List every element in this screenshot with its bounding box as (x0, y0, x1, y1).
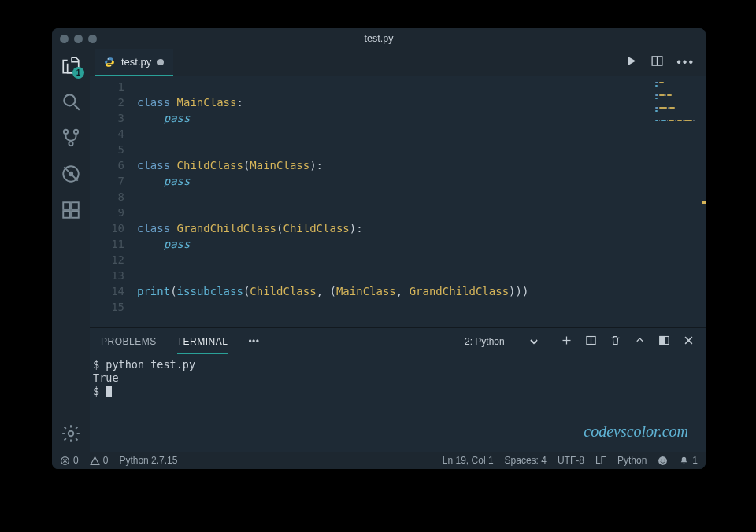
activity-bar: 1 (52, 49, 90, 452)
status-language[interactable]: Python (617, 455, 647, 466)
overview-ruler-mark (702, 201, 706, 204)
tab-terminal[interactable]: TERMINAL (177, 330, 228, 354)
minimap[interactable] (649, 76, 706, 327)
tab-test-py[interactable]: test.py (94, 49, 173, 76)
new-terminal-icon[interactable] (561, 334, 573, 349)
status-encoding[interactable]: UTF-8 (558, 455, 584, 466)
settings-gear-icon[interactable] (61, 423, 81, 444)
split-terminal-icon[interactable] (585, 334, 597, 349)
kill-terminal-icon[interactable] (610, 334, 621, 349)
more-actions-icon[interactable]: ••• (676, 55, 695, 69)
svg-point-28 (661, 459, 662, 460)
svg-point-12 (108, 58, 109, 59)
watermark: codevscolor.com (584, 423, 688, 441)
panel-tabs: PROBLEMS TERMINAL ••• 2: Python (90, 328, 706, 355)
status-warnings[interactable]: 0 (90, 455, 109, 466)
python-file-icon (104, 57, 115, 68)
status-bar: 0 0 Python 2.7.15 Ln 19, Col 1 Spaces: 4… (52, 452, 706, 469)
svg-point-4 (69, 142, 72, 146)
svg-point-3 (74, 130, 78, 134)
status-errors[interactable]: 0 (60, 455, 79, 466)
close-panel-icon[interactable] (683, 334, 695, 349)
status-notifications[interactable]: 1 (679, 455, 698, 466)
editor-tabs: test.py ••• (90, 49, 706, 76)
svg-rect-9 (72, 211, 79, 218)
panel: PROBLEMS TERMINAL ••• 2: Python $ python… (90, 327, 706, 452)
vscode-window: test.py 1 (52, 28, 706, 469)
svg-rect-21 (660, 337, 665, 345)
titlebar: test.py (52, 28, 706, 49)
svg-rect-10 (72, 202, 79, 209)
status-cursor-position[interactable]: Ln 19, Col 1 (443, 455, 494, 466)
extensions-icon[interactable] (61, 200, 81, 220)
code-area[interactable]: class MainClass: passclass ChildClass(Ma… (137, 79, 706, 327)
tab-label: test.py (121, 56, 151, 68)
split-editor-icon[interactable] (650, 54, 664, 71)
run-icon[interactable] (624, 54, 638, 71)
tab-problems[interactable]: PROBLEMS (101, 330, 157, 353)
editor[interactable]: 123456789101112131415 class MainClass: p… (90, 76, 706, 327)
debug-icon[interactable] (61, 164, 81, 184)
svg-line-1 (74, 105, 80, 110)
status-eol[interactable]: LF (595, 455, 606, 466)
editor-actions: ••• (624, 49, 706, 76)
window-title: test.py (52, 33, 706, 44)
svg-rect-8 (63, 211, 70, 218)
terminal-selector[interactable]: 2: Python (461, 335, 540, 348)
explorer-icon[interactable]: 1 (61, 55, 81, 76)
warning-icon (90, 456, 100, 466)
status-feedback-icon[interactable] (658, 456, 668, 466)
status-indent[interactable]: Spaces: 4 (505, 455, 547, 466)
svg-point-11 (69, 431, 74, 437)
svg-point-29 (664, 459, 665, 460)
svg-point-6 (69, 172, 72, 175)
toggle-panel-icon[interactable] (658, 334, 670, 349)
maximize-panel-icon[interactable] (634, 334, 646, 349)
line-gutter: 123456789101112131415 (90, 79, 137, 327)
svg-point-13 (110, 65, 111, 65)
explorer-badge: 1 (72, 67, 84, 79)
svg-rect-7 (63, 202, 70, 209)
bell-icon (679, 456, 689, 466)
source-control-icon[interactable] (61, 127, 81, 148)
svg-point-27 (658, 456, 667, 465)
panel-more-icon[interactable]: ••• (248, 336, 259, 347)
error-icon (60, 456, 70, 466)
search-icon[interactable] (61, 91, 81, 112)
svg-point-0 (64, 94, 75, 105)
svg-point-2 (64, 130, 68, 134)
modified-indicator-icon (158, 59, 164, 65)
status-interpreter[interactable]: Python 2.7.15 (119, 455, 177, 466)
